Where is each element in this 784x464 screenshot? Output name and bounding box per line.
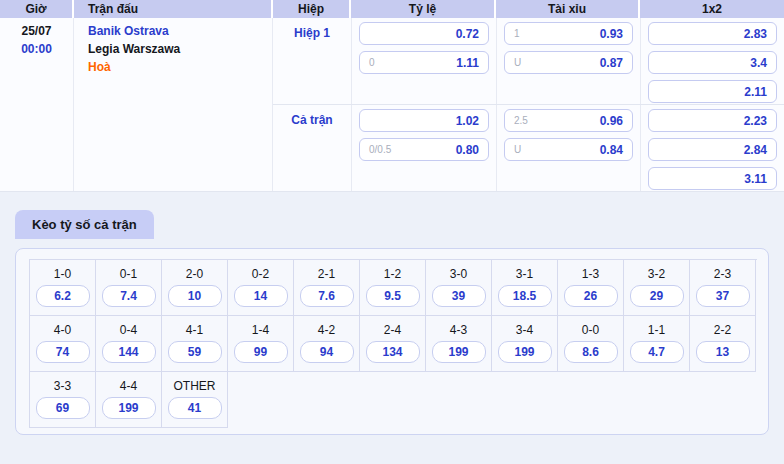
odds-value: 3.11 [744,172,767,186]
period-row: Hiệp 10.7201.1110.93U0.872.833.42.11 [273,18,784,104]
score-odds-button[interactable]: 18.5 [498,285,552,307]
score-cell: 0-17.4 [96,260,162,316]
score-odds-button[interactable]: 6.2 [36,285,90,307]
score-grid-row: 1-06.20-17.42-0100-2142-17.61-29.53-0393… [30,260,757,316]
odds-box[interactable]: 2.84 [648,138,777,161]
draw-label: Hoà [88,58,272,76]
score-cell: 4-074 [30,316,96,372]
header-match: Trận đấu [74,0,273,18]
odds-value: 0.87 [600,56,623,70]
header-handicap: Tỷ lệ [351,0,496,18]
odds-box[interactable]: 10.93 [504,22,633,45]
score-label: 2-4 [384,323,401,337]
score-odds-button[interactable]: 134 [366,341,420,363]
score-label: 1-4 [252,323,269,337]
score-odds-button[interactable]: 10 [168,285,222,307]
score-label: OTHER [174,379,216,393]
odds-box[interactable]: U0.87 [504,51,633,74]
score-label: 0-1 [120,267,137,281]
score-odds-button[interactable]: 26 [564,285,618,307]
odds-value: 0.80 [456,143,479,157]
odds-value: 1.11 [456,56,479,70]
odds-box[interactable]: 0/0.50.80 [359,138,489,161]
score-cell: 4-3199 [426,316,492,372]
odds-value: 1.02 [456,114,479,128]
header-time: Giờ [0,0,74,18]
home-team-link[interactable]: Banik Ostrava [88,22,272,40]
score-odds-button[interactable]: 199 [102,397,156,419]
periods-container: Hiệp 10.7201.1110.93U0.872.833.42.11Cả t… [273,18,784,191]
score-grid-row: 3-3694-4199OTHER41 [30,372,757,428]
1x2-odds-column: 2.232.843.11 [640,105,784,191]
odds-value: 2.11 [744,85,767,99]
score-label: 3-2 [648,267,665,281]
score-odds-button[interactable]: 59 [168,341,222,363]
handicap-line: 1 [514,28,520,39]
period-label: Cả trận [273,105,351,191]
odds-value: 0.93 [600,27,623,41]
score-label: 0-0 [582,323,599,337]
score-label: 0-2 [252,267,269,281]
handicap-line: 0/0.5 [369,144,391,155]
over-under-odds-column: 2.50.96U0.84 [496,105,640,191]
score-label: 1-1 [648,323,665,337]
odds-box[interactable]: 2.11 [648,80,777,103]
match-time-cell: 25/07 00:00 [0,18,74,191]
score-odds-button[interactable]: 13 [696,341,750,363]
score-cell: 3-118.5 [492,260,558,316]
odds-box[interactable]: U0.84 [504,138,633,161]
score-label: 2-2 [714,323,731,337]
score-label: 0-4 [120,323,137,337]
score-odds-button[interactable]: 144 [102,341,156,363]
score-label: 4-3 [450,323,467,337]
odds-box[interactable]: 3.4 [648,51,777,74]
score-cell: 2-010 [162,260,228,316]
score-label: 2-1 [318,267,335,281]
score-cell: 0-4144 [96,316,162,372]
odds-box[interactable]: 3.11 [648,167,777,190]
score-odds-button[interactable]: 37 [696,285,750,307]
score-odds-button[interactable]: 199 [432,341,486,363]
score-odds-button[interactable]: 9.5 [366,285,420,307]
score-label: 3-3 [54,379,71,393]
score-odds-button[interactable]: 7.6 [300,285,354,307]
score-cell: 1-326 [558,260,624,316]
score-grid: 1-06.20-17.42-0100-2142-17.61-29.53-0393… [29,259,757,428]
correct-score-panel: 1-06.20-17.42-0100-2142-17.61-29.53-0393… [15,248,769,435]
score-odds-button[interactable]: 74 [36,341,90,363]
odds-box[interactable]: 2.50.96 [504,109,633,132]
score-odds-button[interactable]: 199 [498,341,552,363]
score-odds-button[interactable]: 8.6 [564,341,618,363]
score-label: 3-1 [516,267,533,281]
odds-box[interactable]: 01.11 [359,51,489,74]
header-over-under: Tài xỉu [496,0,640,18]
score-odds-button[interactable]: 94 [300,341,354,363]
score-odds-button[interactable]: 29 [630,285,684,307]
score-odds-button[interactable]: 39 [432,285,486,307]
odds-value: 2.84 [744,143,767,157]
match-teams-cell: Banik Ostrava Legia Warszawa Hoà [74,18,273,191]
score-cell: 3-039 [426,260,492,316]
odds-value: 0.96 [600,114,623,128]
score-odds-button[interactable]: 99 [234,341,288,363]
score-odds-button[interactable]: 14 [234,285,288,307]
score-odds-button[interactable]: 41 [168,397,222,419]
odds-box[interactable]: 2.23 [648,109,777,132]
score-grid-row: 4-0740-41444-1591-4994-2942-41344-31993-… [30,316,757,372]
score-label: 4-0 [54,323,71,337]
odds-box[interactable]: 0.72 [359,22,489,45]
odds-value: 0.72 [456,27,479,41]
score-cell: OTHER41 [162,372,228,428]
score-odds-button[interactable]: 7.4 [102,285,156,307]
score-cell: 1-06.2 [30,260,96,316]
score-cell: 4-4199 [96,372,162,428]
odds-box[interactable]: 2.83 [648,22,777,45]
score-label: 1-3 [582,267,599,281]
score-cell: 2-337 [690,260,756,316]
period-label: Hiệp 1 [273,18,351,104]
score-cell: 1-499 [228,316,294,372]
tab-correct-score[interactable]: Kèo tỷ số cả trận [15,210,154,239]
score-odds-button[interactable]: 69 [36,397,90,419]
odds-box[interactable]: 1.02 [359,109,489,132]
score-odds-button[interactable]: 4.7 [630,341,684,363]
